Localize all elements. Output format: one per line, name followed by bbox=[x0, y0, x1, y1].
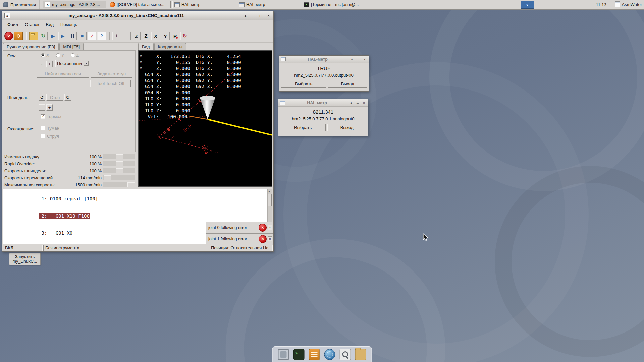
override-slider[interactable] bbox=[103, 182, 135, 187]
jog-plus-button[interactable]: + bbox=[46, 61, 53, 67]
slider-handle[interactable] bbox=[116, 154, 123, 159]
tray-asmwriter[interactable]: AsmWriter bbox=[615, 1, 642, 7]
exit-button[interactable]: Выход bbox=[327, 124, 366, 131]
override-slider[interactable] bbox=[103, 161, 135, 166]
scrollbar-thumb[interactable] bbox=[268, 194, 272, 206]
slider-handle[interactable] bbox=[116, 161, 123, 166]
spindle-cw-icon[interactable]: ↻ bbox=[64, 94, 71, 101]
tab[interactable]: Координаты bbox=[154, 43, 186, 51]
maximize-button[interactable]: □ bbox=[258, 13, 264, 18]
menu-item[interactable]: Станок bbox=[22, 21, 42, 28]
exit-button[interactable]: Выход bbox=[328, 80, 367, 88]
skip-lines-icon[interactable]: ∕ bbox=[88, 32, 96, 40]
slider-handle[interactable] bbox=[104, 175, 111, 180]
spindle-stop-button[interactable]: Стоп bbox=[46, 94, 63, 101]
window-title: HAL-метр bbox=[287, 101, 347, 105]
notification-text: joint 1 following error bbox=[206, 237, 259, 241]
applications-menu[interactable]: Приложения bbox=[0, 0, 40, 9]
rotate-view-icon[interactable]: ↻ bbox=[180, 32, 189, 40]
desktop-launcher-my-linuxcnc[interactable]: Запустить my_LinuxC... bbox=[9, 253, 41, 265]
override-slider[interactable] bbox=[103, 175, 135, 180]
jog-minus-button[interactable]: - bbox=[39, 61, 45, 67]
taskbar-window-button[interactable]: my_axis.ngc - AXIS 2.8.... bbox=[43, 1, 106, 8]
axis-radio[interactable]: Z bbox=[71, 53, 79, 58]
chevron-down-icon: ▾ bbox=[84, 61, 89, 66]
estop-icon[interactable]: × bbox=[4, 32, 13, 40]
web-browser-icon[interactable] bbox=[324, 349, 335, 360]
slider-handle[interactable] bbox=[116, 168, 123, 173]
shade-button[interactable]: ▴ bbox=[350, 57, 354, 61]
hal-titlebar[interactable]: HAL-метр ▴ – × bbox=[278, 99, 368, 107]
axis-radio[interactable]: X bbox=[41, 53, 49, 58]
select-button[interactable]: Выбрать bbox=[280, 124, 326, 131]
close-notification-button[interactable]: × bbox=[268, 236, 272, 241]
axis-radio[interactable]: Y bbox=[56, 53, 64, 58]
run-from-line-icon[interactable]: ▶ bbox=[58, 32, 67, 40]
slider-handle[interactable] bbox=[127, 182, 135, 187]
clock[interactable]: 11:13 bbox=[596, 2, 606, 7]
menu-item[interactable]: Файл bbox=[4, 21, 21, 28]
jog-increment-select[interactable]: Постоянный ▾ bbox=[55, 60, 90, 67]
open-file-icon[interactable] bbox=[29, 32, 38, 40]
optional-pause-icon[interactable]: ? bbox=[97, 32, 106, 40]
terminal-icon[interactable] bbox=[293, 349, 305, 360]
pause-icon[interactable] bbox=[68, 32, 77, 40]
flood-checkbox[interactable]: Струя bbox=[41, 134, 59, 139]
stop-icon[interactable]: ■ bbox=[78, 32, 87, 40]
override-slider[interactable] bbox=[103, 154, 135, 159]
view-z-rotated-icon[interactable]: Z bbox=[142, 32, 150, 40]
menu-item[interactable]: Помощь bbox=[57, 21, 80, 28]
tab[interactable]: Ручное управление [F3] bbox=[3, 43, 59, 51]
view-y-icon[interactable]: Y bbox=[161, 32, 170, 40]
spindle-minus-button[interactable]: - bbox=[39, 104, 45, 111]
close-notification-button[interactable]: × bbox=[268, 225, 272, 230]
view-p-icon[interactable]: P bbox=[171, 32, 179, 40]
machine-power-icon[interactable] bbox=[14, 32, 23, 40]
shade-button[interactable]: ▴ bbox=[243, 13, 248, 18]
gcode-line[interactable]: 1: O100 repeat [100] bbox=[5, 190, 272, 207]
spindle-plus-button[interactable]: + bbox=[46, 104, 53, 111]
tool-touch-off-button[interactable]: Tool Touch Off bbox=[90, 80, 131, 87]
view-x-icon[interactable]: X bbox=[151, 32, 160, 40]
mist-checkbox[interactable]: Туман bbox=[41, 126, 59, 131]
override-row: Изменить подачу: 100 % bbox=[3, 153, 136, 160]
minimize-button[interactable]: – bbox=[250, 13, 256, 18]
override-value: 100 % bbox=[89, 154, 102, 159]
spindle-ccw-icon[interactable]: ↺ bbox=[39, 94, 45, 101]
shade-button[interactable]: ▴ bbox=[349, 101, 354, 105]
menu-item[interactable]: Вид bbox=[43, 21, 57, 28]
clear-plot-icon[interactable] bbox=[196, 32, 204, 40]
taskbar-window-button[interactable]: HAL-метр bbox=[172, 1, 235, 8]
error-notification: joint 1 following error × × bbox=[206, 233, 273, 244]
run-icon[interactable]: ▶ bbox=[49, 32, 57, 40]
home-axis-button[interactable]: Найти начало оси bbox=[37, 70, 89, 78]
hal-titlebar[interactable]: HAL-метр ▴ – × bbox=[279, 56, 369, 63]
close-button[interactable]: × bbox=[266, 13, 271, 18]
applications-menu-label: Приложения bbox=[10, 2, 36, 7]
view-z-icon[interactable]: Z bbox=[132, 32, 141, 40]
tab[interactable]: Вид bbox=[138, 43, 154, 51]
tab[interactable]: MDI [F5] bbox=[59, 43, 84, 51]
text-editor-icon[interactable] bbox=[309, 349, 320, 360]
zoom-in-icon[interactable]: + bbox=[112, 32, 121, 40]
zoom-out-icon[interactable]: − bbox=[122, 32, 131, 40]
set-offset-button[interactable]: Задать отступ bbox=[91, 70, 132, 78]
taskbar-window-button[interactable]: [Терминал - mc [asm@... bbox=[302, 1, 365, 8]
app-finder-icon[interactable] bbox=[340, 349, 351, 360]
workspace-pager[interactable]: X bbox=[521, 1, 534, 9]
minimize-button[interactable]: – bbox=[355, 101, 360, 105]
backplot-canvas[interactable]: 0.0 10.0 10.0 X: 173.051 DTG X: 4.254 bbox=[138, 50, 272, 187]
axis-titlebar[interactable]: X my_axis.ngc - AXIS 2.8.0 on my_LinuxCN… bbox=[2, 11, 273, 20]
taskbar-window-button[interactable]: HAL-метр bbox=[237, 1, 300, 8]
show-desktop-icon[interactable] bbox=[278, 349, 289, 360]
override-slider[interactable] bbox=[103, 168, 135, 173]
close-button[interactable]: × bbox=[362, 101, 366, 105]
select-button[interactable]: Выбрать bbox=[281, 80, 326, 88]
reload-icon[interactable]: ↻ bbox=[39, 32, 48, 40]
close-button[interactable]: × bbox=[362, 57, 367, 61]
brake-checkbox[interactable]: Тормоз bbox=[41, 114, 61, 119]
file-manager-icon[interactable] bbox=[355, 349, 366, 360]
minimize-button[interactable]: – bbox=[356, 57, 361, 61]
taskbar-window-button[interactable]: [[SOLVED] take a scree... bbox=[108, 1, 171, 8]
override-row: Скорость перемещений 114 mm/min bbox=[3, 174, 136, 181]
